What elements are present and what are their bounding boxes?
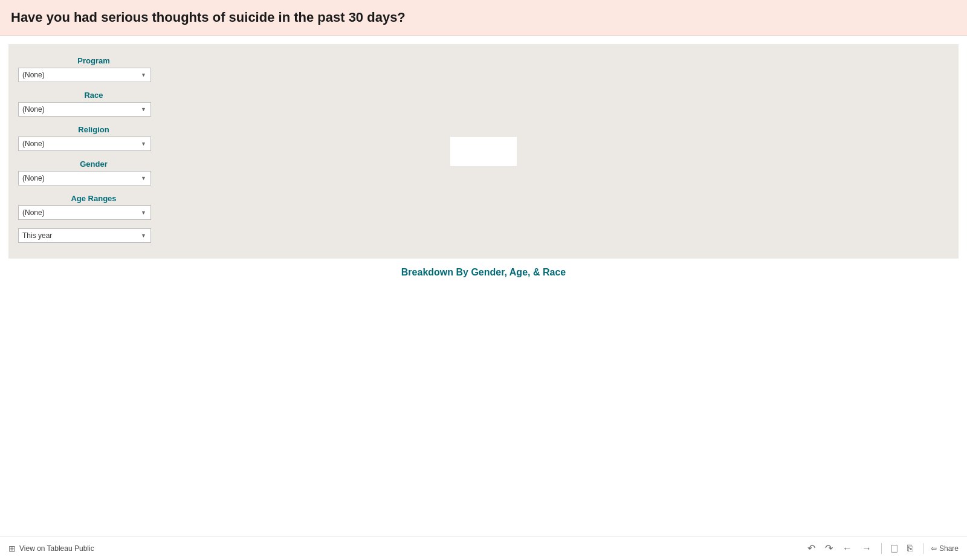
filter-panel: Program (None) Race (None) Religion (Non…	[18, 56, 169, 251]
forward-icon: →	[862, 543, 872, 554]
center-white-box	[450, 137, 517, 166]
religion-select[interactable]: (None)	[18, 137, 151, 151]
undo-icon: ↶	[807, 542, 815, 554]
age-ranges-select-wrapper: (None)	[18, 205, 151, 220]
bottom-toolbar: ⊞ View on Tableau Public ↶ ↷ ← → ⎕ ⎘ ⇦ S…	[0, 536, 967, 560]
date-range-select-wrapper: This year Last year All time	[18, 228, 151, 243]
download-icon: ⎕	[891, 543, 897, 554]
religion-label: Religion	[18, 125, 169, 134]
race-select-wrapper: (None)	[18, 102, 151, 117]
back-icon: ←	[842, 543, 852, 554]
toolbar-left: ⊞ View on Tableau Public	[8, 544, 94, 553]
download-button[interactable]: ⎕	[889, 542, 900, 555]
age-ranges-filter-group: Age Ranges (None)	[18, 194, 169, 220]
program-filter-group: Program (None)	[18, 56, 169, 82]
religion-select-wrapper: (None)	[18, 137, 151, 151]
embed-button[interactable]: ⎘	[905, 542, 916, 555]
gender-filter-group: Gender (None)	[18, 159, 169, 185]
undo-button[interactable]: ↶	[805, 541, 818, 555]
embed-icon: ⎘	[907, 543, 913, 554]
breakdown-section: Breakdown By Gender, Age, & Race	[0, 267, 967, 278]
redo-button[interactable]: ↷	[823, 541, 835, 555]
program-select[interactable]: (None)	[18, 68, 151, 82]
toolbar-divider-2	[923, 543, 923, 554]
date-range-select[interactable]: This year Last year All time	[18, 228, 151, 243]
gender-label: Gender	[18, 159, 169, 169]
share-label: Share	[939, 544, 959, 553]
date-range-filter-group: This year Last year All time	[18, 228, 169, 243]
page-header: Have you had serious thoughts of suicide…	[0, 0, 967, 36]
gender-select[interactable]: (None)	[18, 171, 151, 185]
page-title: Have you had serious thoughts of suicide…	[11, 10, 956, 25]
back-button[interactable]: ←	[840, 542, 855, 555]
tableau-logo-icon: ⊞	[8, 544, 16, 553]
share-button[interactable]: ⇦ Share	[931, 544, 959, 553]
toolbar-right: ↶ ↷ ← → ⎕ ⎘ ⇦ Share	[805, 541, 959, 555]
race-filter-group: Race (None)	[18, 91, 169, 117]
main-content: Program (None) Race (None) Religion (Non…	[8, 44, 959, 259]
race-label: Race	[18, 91, 169, 100]
religion-filter-group: Religion (None)	[18, 125, 169, 151]
share-icon: ⇦	[931, 544, 937, 553]
view-on-tableau-link[interactable]: View on Tableau Public	[19, 544, 94, 553]
forward-button[interactable]: →	[859, 542, 874, 555]
gender-select-wrapper: (None)	[18, 171, 151, 185]
age-ranges-label: Age Ranges	[18, 194, 169, 203]
program-select-wrapper: (None)	[18, 68, 151, 82]
redo-icon: ↷	[825, 542, 833, 554]
age-ranges-select[interactable]: (None)	[18, 205, 151, 220]
toolbar-divider-1	[881, 543, 882, 554]
program-label: Program	[18, 56, 169, 65]
breakdown-title: Breakdown By Gender, Age, & Race	[401, 267, 566, 277]
race-select[interactable]: (None)	[18, 102, 151, 117]
